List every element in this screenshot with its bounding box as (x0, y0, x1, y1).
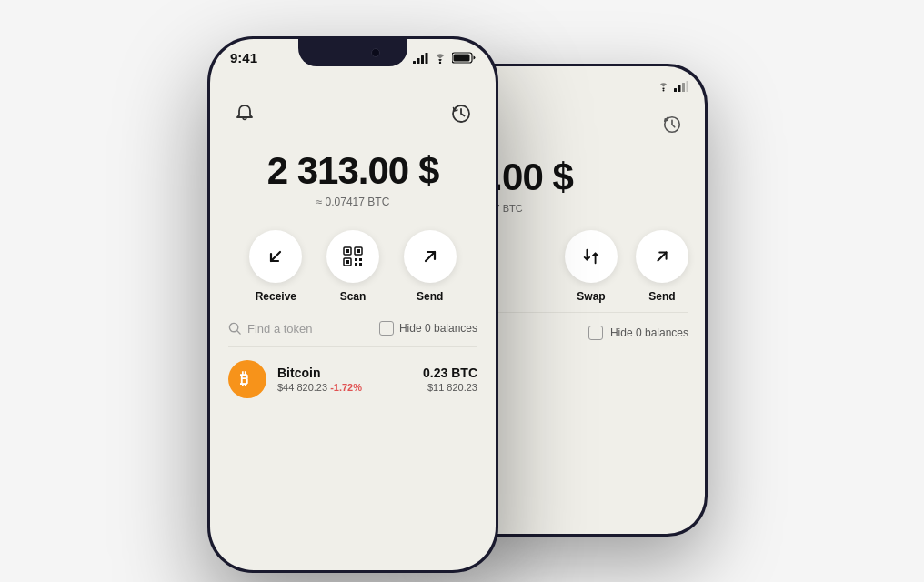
swap-action[interactable]: Swap (565, 230, 618, 303)
send-circle (404, 230, 457, 283)
svg-text:₿: ₿ (240, 370, 248, 388)
receive-icon (265, 246, 286, 267)
svg-point-0 (663, 90, 665, 92)
actions-row: Receive (228, 216, 477, 310)
status-icons (413, 52, 476, 64)
history-icon (450, 103, 472, 125)
svg-rect-15 (346, 249, 349, 253)
search-icon (228, 322, 242, 336)
phone-front: 9:41 (207, 36, 498, 573)
svg-rect-3 (682, 83, 685, 92)
qr-icon (340, 244, 366, 269)
token-value-bitcoin: $11 820.23 (423, 382, 477, 393)
svg-rect-23 (359, 263, 362, 266)
svg-rect-20 (355, 258, 357, 261)
receive-label: Receive (256, 290, 296, 303)
notification-button[interactable] (228, 97, 261, 130)
send-label-back: Send (648, 290, 675, 303)
scan-label: Scan (340, 290, 367, 303)
svg-point-10 (439, 61, 441, 63)
btc-symbol: ₿ (236, 368, 258, 390)
hide-balances-checkbox-back[interactable] (588, 326, 603, 340)
send-icon-back (652, 246, 672, 266)
bitcoin-icon: ₿ (228, 360, 266, 398)
history-icon-back[interactable] (656, 108, 688, 141)
signal-icon-back (674, 81, 688, 92)
hide-balances-label: Hide 0 balances (399, 322, 477, 335)
status-time: 9:41 (230, 50, 257, 65)
receive-circle (249, 230, 302, 283)
svg-rect-2 (678, 85, 681, 92)
divider (228, 346, 477, 347)
svg-rect-7 (417, 58, 420, 64)
svg-rect-22 (355, 263, 357, 266)
svg-rect-4 (687, 81, 689, 92)
wifi-icon (433, 53, 447, 64)
receive-action[interactable]: Receive (249, 230, 302, 303)
swap-icon (581, 246, 601, 266)
send-action[interactable]: Send (404, 230, 457, 303)
hide-balances-label-back: Hide 0 balances (610, 326, 688, 339)
hide-balances-row: Hide 0 balances (379, 321, 477, 336)
wifi-icon-back (657, 81, 670, 92)
balance-btc: ≈ 0.07417 BTC (228, 196, 477, 208)
notch (298, 39, 407, 66)
token-info-bitcoin: Bitcoin $44 820.23 -1.72% (277, 366, 412, 393)
svg-rect-6 (413, 61, 416, 64)
send-icon (419, 246, 441, 267)
token-balance-bitcoin: 0.23 BTC (423, 366, 477, 380)
history-button[interactable] (445, 97, 477, 130)
token-list: ₿ Bitcoin $44 820.23 -1.72% 0.23 BTC (228, 351, 477, 407)
token-row-bitcoin[interactable]: ₿ Bitcoin $44 820.23 -1.72% 0.23 BTC (228, 351, 477, 407)
header-row (228, 94, 477, 137)
svg-rect-1 (674, 88, 677, 92)
back-actions-row: Swap Send (472, 217, 688, 308)
svg-rect-8 (421, 55, 424, 64)
send-label: Send (417, 290, 443, 303)
token-change-bitcoin: -1.72% (330, 382, 362, 393)
search-row: Find a token Hide 0 balances (228, 310, 477, 343)
send-action-back[interactable]: Send (636, 230, 688, 303)
signal-icon (413, 53, 428, 64)
swap-label: Swap (577, 290, 605, 303)
svg-rect-19 (346, 260, 349, 264)
svg-rect-9 (426, 53, 428, 64)
token-amount-bitcoin: 0.23 BTC $11 820.23 (423, 366, 477, 393)
search-placeholder: Find a token (247, 322, 313, 336)
battery-icon (452, 52, 476, 64)
balance-amount: 2 313.00 $ (228, 152, 477, 190)
main-content: 2 313.00 $ ≈ 0.07417 BTC Receive (210, 83, 496, 570)
svg-rect-21 (359, 258, 362, 261)
scan-circle (326, 230, 379, 283)
balance-section: 2 313.00 $ ≈ 0.07417 BTC (228, 137, 477, 216)
bell-icon (234, 103, 256, 125)
token-price-bitcoin: $44 820.23 -1.72% (277, 382, 412, 393)
hide-balances-checkbox[interactable] (379, 321, 394, 336)
back-balance-amount: 3.00 $ (472, 156, 688, 199)
svg-rect-17 (357, 249, 360, 253)
scan-action[interactable]: Scan (326, 230, 379, 303)
search-box[interactable]: Find a token (228, 322, 368, 336)
svg-rect-12 (454, 55, 470, 62)
token-name-bitcoin: Bitcoin (277, 366, 412, 380)
